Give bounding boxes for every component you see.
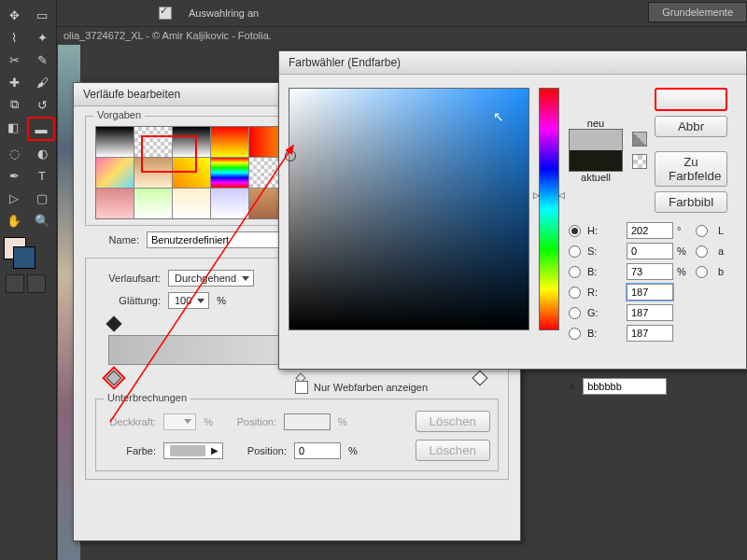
radio-s[interactable] (569, 245, 581, 258)
chevron-down-icon (197, 299, 204, 303)
breaks-label: Unterbrechungen (104, 392, 190, 403)
path-select-tool[interactable]: ▷ (1, 188, 27, 208)
r-input[interactable] (627, 284, 673, 301)
document-tab[interactable]: olia_3724672_XL - © Amir Kaljikovic - Fo… (58, 26, 272, 45)
pen-tool[interactable]: ✒ (1, 165, 27, 186)
color-position-label: Position: (231, 445, 287, 456)
opacity-stop-left[interactable] (106, 316, 122, 332)
crop-tool[interactable]: ✂ (1, 49, 27, 70)
radio-b2[interactable] (696, 266, 708, 278)
eraser-tool[interactable]: ◧ (1, 117, 25, 137)
options-bar: Auswahlring an (0, 0, 747, 27)
add-swatch-button[interactable]: Zu Farbfelde (655, 151, 727, 187)
color-stop-left[interactable] (106, 371, 122, 386)
sv-cursor[interactable] (285, 150, 296, 161)
smoothness-input[interactable]: 100 (168, 292, 209, 309)
opacity-position-input (284, 413, 331, 430)
move-tool[interactable]: ✥ (1, 5, 27, 25)
selection-ring-label: Auswahlring an (189, 7, 259, 19)
type-label: Verlaufsart: (95, 273, 161, 284)
preset-swatch[interactable] (96, 158, 134, 188)
breaks-group: Unterbrechungen Deckkraft: % Position: %… (95, 399, 499, 471)
s-input[interactable] (627, 243, 673, 259)
radio-l[interactable] (696, 225, 708, 237)
opacity-input (163, 413, 196, 430)
opacity-position-label: Position: (220, 416, 276, 427)
color-libraries-button[interactable]: Farbbibl (655, 191, 727, 213)
hue-indicator-left[interactable]: ▷ (533, 190, 540, 200)
radio-r[interactable] (569, 287, 581, 299)
color-stop-right[interactable] (472, 371, 488, 386)
color-picker-title: Farbwähler (Endfarbe) (279, 51, 746, 75)
preset-swatch[interactable] (173, 158, 210, 188)
webonly-checkbox[interactable] (295, 381, 308, 394)
opacity-label: Deckkraft: (104, 416, 156, 427)
radio-h[interactable] (569, 225, 581, 237)
brush-tool[interactable]: 🖌 (29, 72, 55, 92)
radio-a[interactable] (696, 245, 708, 258)
hand-tool[interactable]: ✋ (1, 210, 27, 231)
current-color (570, 150, 622, 171)
preset-swatch[interactable] (96, 189, 134, 218)
zoom-tool[interactable]: 🔍 (29, 210, 55, 231)
preset-swatch[interactable] (173, 189, 210, 218)
hue-indicator-right[interactable]: ◁ (558, 190, 565, 200)
color-label: Farbe: (104, 445, 156, 456)
webonly-label: Nur Webfarben anzeigen (314, 382, 428, 393)
new-label: neu (569, 118, 623, 129)
saturation-value-field[interactable]: ↖ (289, 88, 529, 330)
gradient-tool[interactable]: ▬ (27, 117, 55, 141)
delete-color-stop-button: Löschen (416, 440, 490, 461)
type-tool[interactable]: T (29, 165, 55, 186)
dodge-tool[interactable]: ◐ (29, 143, 55, 163)
radio-bl[interactable] (569, 328, 581, 340)
stop-color-swatch[interactable]: ▶ (163, 442, 223, 459)
preset-swatch[interactable] (134, 158, 172, 188)
color-picker-dialog: Farbwähler (Endfarbe) ↖ ▷ ◁ neu aktuell (278, 50, 747, 370)
history-brush-tool[interactable]: ↺ (29, 94, 55, 115)
mouse-cursor-icon: ↖ (493, 109, 504, 124)
current-label: aktuell (569, 172, 623, 183)
eyedropper-tool[interactable]: ✎ (29, 49, 55, 70)
preset-swatch[interactable] (173, 127, 210, 157)
h-input[interactable] (627, 222, 673, 239)
hue-slider[interactable] (539, 88, 559, 330)
workspace-tab[interactable]: Grundelemente (648, 2, 747, 22)
webonly-row: Nur Webfarben anzeigen (295, 381, 428, 394)
color-position-input[interactable] (294, 442, 341, 459)
screenmode-toggle[interactable] (27, 274, 46, 293)
preset-swatch[interactable] (96, 127, 134, 157)
wand-tool[interactable]: ✦ (29, 27, 55, 48)
radio-g[interactable] (569, 307, 581, 319)
quickmask-toggle[interactable] (6, 274, 24, 293)
delete-opacity-stop-button: Löschen (416, 411, 490, 432)
smoothness-label: Glättung: (95, 295, 161, 306)
bl-input[interactable] (627, 325, 673, 342)
websafe-icon[interactable] (632, 154, 647, 169)
shape-tool[interactable]: ▢ (29, 188, 55, 208)
marquee-tool[interactable]: ▭ (29, 5, 55, 25)
preset-swatch[interactable] (134, 127, 172, 157)
b-input[interactable] (627, 263, 673, 280)
tool-palette: ✥▭ ⌇✦ ✂✎ ✚🖌 ⧉↺ ◧▬ ◌◐ ✒T ▷▢ ✋🔍 (0, 0, 57, 560)
g-input[interactable] (627, 304, 673, 321)
cancel-button[interactable]: Abbr (655, 116, 727, 137)
radio-b[interactable] (569, 266, 581, 278)
new-color (570, 130, 622, 150)
stamp-tool[interactable]: ⧉ (1, 94, 27, 115)
heal-tool[interactable]: ✚ (1, 72, 27, 92)
preset-swatch[interactable] (211, 158, 248, 188)
lasso-tool[interactable]: ⌇ (1, 27, 27, 48)
new-current-swatch[interactable] (569, 129, 623, 172)
selection-ring-checkbox[interactable] (159, 7, 172, 20)
blur-tool[interactable]: ◌ (1, 143, 27, 163)
chevron-down-icon (242, 276, 249, 281)
preset-swatch[interactable] (211, 127, 248, 157)
cube-icon[interactable] (632, 132, 647, 147)
color-swatches[interactable] (4, 237, 35, 269)
preset-swatch[interactable] (134, 189, 172, 218)
preset-swatch[interactable] (211, 189, 248, 218)
ok-button[interactable] (655, 88, 727, 111)
type-combo[interactable]: Durchgehend (168, 270, 254, 287)
hex-input[interactable] (583, 378, 667, 395)
